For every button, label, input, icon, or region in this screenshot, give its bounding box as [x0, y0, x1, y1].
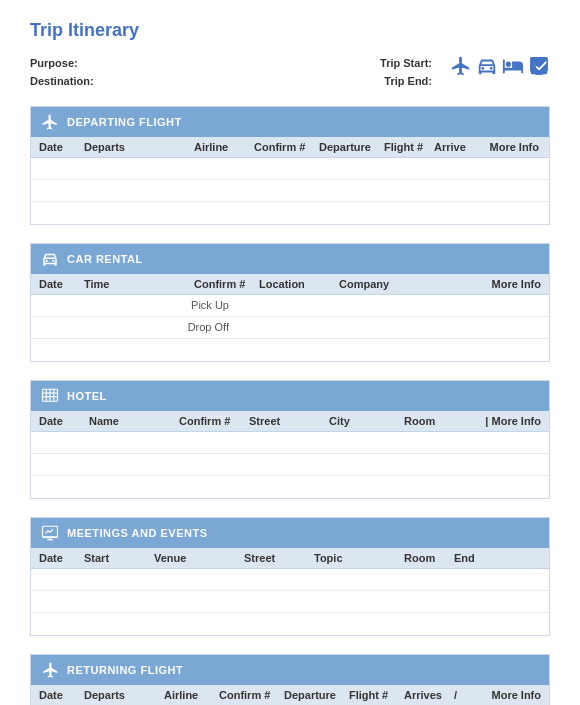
col-meet-street: Street	[244, 552, 314, 564]
hotel-columns: Date Name Confirm # Street City Room | M…	[31, 411, 549, 432]
meetings-row-2	[31, 591, 549, 613]
col-meet-room: Room	[404, 552, 454, 564]
car-rental-title: CAR RENTAL	[67, 253, 143, 265]
meetings-section: MEETINGS AND EVENTS Date Start Venue Str…	[30, 517, 550, 636]
svg-point-0	[482, 67, 485, 70]
trip-labels: Purpose: Destination:	[30, 55, 94, 90]
col-hotel-room: Room	[404, 415, 454, 427]
col-hotel-name: Name	[89, 415, 179, 427]
meetings-icon	[41, 524, 59, 542]
purpose-label: Purpose:	[30, 57, 78, 69]
pickup-label: Pick Up	[84, 299, 239, 312]
returning-flight-section: RETURNING FLIGHT Date Departs Airline Co…	[30, 654, 550, 705]
col-ret-airline: Airline	[164, 689, 219, 701]
col-airline: Airline	[194, 141, 254, 153]
car-rental-header: CAR RENTAL	[31, 244, 549, 274]
trip-dates: Trip Start: Trip End:	[380, 55, 432, 90]
col-meet-date: Date	[39, 552, 84, 564]
svg-point-6	[46, 260, 48, 262]
hotel-icon	[502, 55, 524, 77]
col-ret-departs: Departs	[84, 689, 164, 701]
col-ret-moreinfo: More Info	[474, 689, 541, 701]
col-meet-topic: Topic	[314, 552, 404, 564]
col-car-company: Company	[339, 278, 429, 290]
col-car-location: Location	[259, 278, 339, 290]
col-meet-end: End	[454, 552, 541, 564]
meetings-columns: Date Start Venue Street Topic Room End	[31, 548, 549, 569]
col-meet-start: Start	[84, 552, 154, 564]
col-hotel-confirm: Confirm #	[179, 415, 249, 427]
col-ret-departure: Departure	[284, 689, 349, 701]
hotel-row-2	[31, 454, 549, 476]
col-ret-confirm: Confirm #	[219, 689, 284, 701]
car-pickup-row: Pick Up	[31, 295, 549, 317]
hotel-row-1	[31, 432, 549, 454]
col-car-date: Date	[39, 278, 84, 290]
departing-flight-section: DEPARTING FLIGHT Date Departs Airline Co…	[30, 106, 550, 225]
col-departs: Departs	[84, 141, 194, 153]
hotel-section-icon	[41, 387, 59, 405]
col-hotel-date: Date	[39, 415, 89, 427]
returning-plane-icon	[41, 661, 59, 679]
col-moreinfo: More Info	[479, 141, 539, 153]
departing-flight-title: DEPARTING FLIGHT	[67, 116, 182, 128]
col-car-moreinfo: More Info	[429, 278, 541, 290]
col-meet-venue: Venue	[154, 552, 244, 564]
departing-row-1	[31, 158, 549, 180]
plane-icon	[450, 55, 472, 77]
col-ret-arrives: Arrives	[404, 689, 454, 701]
col-car-confirm: Confirm #	[194, 278, 259, 290]
meetings-title: MEETINGS AND EVENTS	[67, 527, 208, 539]
car-rental-section: CAR RENTAL Date Time Confirm # Location …	[30, 243, 550, 362]
meetings-row-1	[31, 569, 549, 591]
col-departure: Departure	[319, 141, 384, 153]
chart-icon	[528, 55, 550, 77]
departing-flight-columns: Date Departs Airline Confirm # Departure…	[31, 137, 549, 158]
col-arrive: Arrive	[434, 141, 479, 153]
destination-label: Destination:	[30, 75, 94, 87]
hotel-header: HOTEL	[31, 381, 549, 411]
trip-end-label: Trip End:	[384, 75, 432, 87]
col-ret-arrow: /	[454, 689, 474, 701]
col-flightnum: Flight #	[384, 141, 434, 153]
col-hotel-more: | More Info	[454, 415, 541, 427]
departing-row-2	[31, 180, 549, 202]
col-ret-flightnum: Flight #	[349, 689, 404, 701]
trip-start-label: Trip Start:	[380, 57, 432, 69]
returning-flight-header: RETURNING FLIGHT	[31, 655, 549, 685]
departing-row-3	[31, 202, 549, 224]
col-ret-date: Date	[39, 689, 84, 701]
meetings-header: MEETINGS AND EVENTS	[31, 518, 549, 548]
hotel-row-3	[31, 476, 549, 498]
col-date: Date	[39, 141, 84, 153]
car-dropoff-row: Drop Off	[31, 317, 549, 339]
departing-plane-icon	[41, 113, 59, 131]
meetings-row-3	[31, 613, 549, 635]
svg-point-7	[52, 260, 54, 262]
dropoff-label: Drop Off	[84, 321, 239, 334]
returning-flight-title: RETURNING FLIGHT	[67, 664, 183, 676]
top-info: Purpose: Destination: Trip Start: Trip E…	[30, 55, 550, 90]
car-rental-icon	[41, 250, 59, 268]
col-confirm: Confirm #	[254, 141, 319, 153]
col-car-time: Time	[84, 278, 194, 290]
departing-flight-header: DEPARTING FLIGHT	[31, 107, 549, 137]
car-icon	[476, 55, 498, 77]
col-hotel-city: City	[329, 415, 404, 427]
col-hotel-street: Street	[249, 415, 329, 427]
trip-icons	[450, 55, 550, 77]
page-title: Trip Itinerary	[30, 20, 550, 41]
car-rental-columns: Date Time Confirm # Location Company Mor…	[31, 274, 549, 295]
hotel-section: HOTEL Date Name Confirm # Street City Ro…	[30, 380, 550, 499]
car-row-3	[31, 339, 549, 361]
returning-flight-columns: Date Departs Airline Confirm # Departure…	[31, 685, 549, 705]
svg-point-1	[490, 67, 493, 70]
hotel-title: HOTEL	[67, 390, 107, 402]
